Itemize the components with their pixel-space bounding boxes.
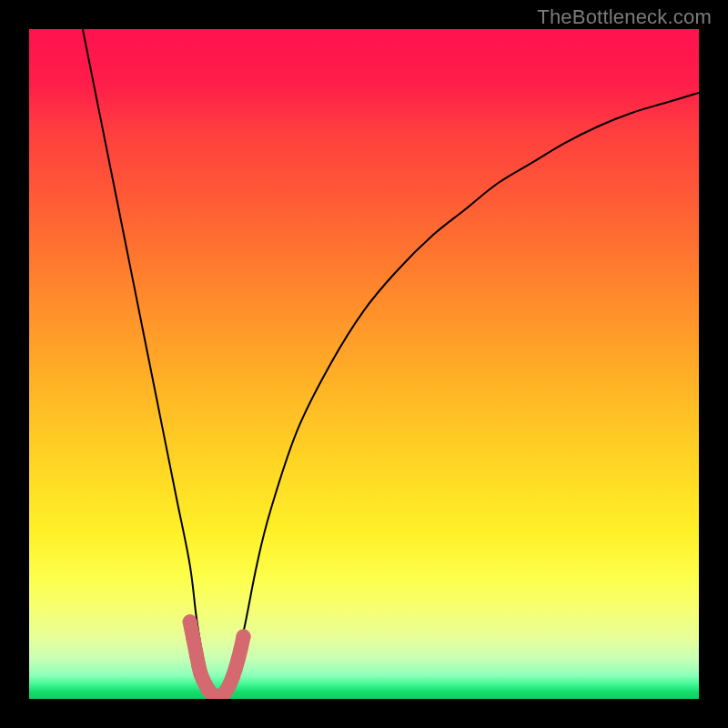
highlight-dot (237, 630, 251, 644)
curve-layer (29, 29, 699, 699)
plot-area (29, 29, 699, 699)
highlight-dot (183, 614, 197, 629)
watermark-text: TheBottleneck.com (537, 5, 712, 29)
highlight-dot (186, 632, 200, 646)
bottleneck-curve (83, 29, 699, 699)
highlight-dot (234, 642, 248, 656)
chart-frame: TheBottleneck.com (0, 0, 728, 728)
